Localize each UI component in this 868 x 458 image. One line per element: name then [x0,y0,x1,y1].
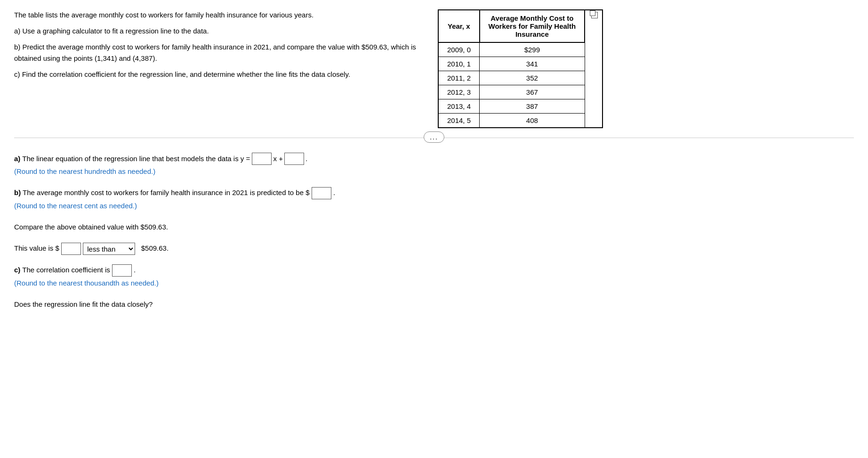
answer-b-value-input[interactable] [312,187,331,199]
answer-a-hint: (Round to the nearest hundredth as neede… [14,165,854,178]
answer-a-line: a) The linear equation of the regression… [14,152,854,165]
table-row: 2009, 0$299 [438,42,603,57]
part-c-instruction: c) Find the correlation coefficient for … [14,69,419,80]
part-b-label: b) [14,43,20,51]
ellipsis-button[interactable]: ... [424,131,444,143]
table-cell-empty [585,85,603,99]
table-cell-empty [585,42,603,57]
data-table: Year, x Average Monthly Cost toWorkers f… [438,9,603,128]
col2-header: Average Monthly Cost toWorkers for Famil… [480,10,585,42]
table-row: 2014, 5408 [438,114,603,128]
this-value-dollar-input[interactable] [61,243,81,255]
this-value-text-before: This value is $ [14,244,59,252]
answer-c-label: c) [14,266,20,274]
answer-block-b: b) The average monthly cost to workers f… [14,186,854,212]
copy-icon [591,12,598,18]
answer-c-period: . [134,266,136,274]
table-cell-year: 2011, 2 [438,71,480,85]
table-cell-cost: 352 [480,71,585,85]
table-cell-year: 2009, 0 [438,42,480,57]
answer-c-coeff-input[interactable] [112,264,132,277]
answer-block-a: a) The linear equation of the regression… [14,152,854,178]
answer-c-line: c) The correlation coefficient is . [14,263,854,277]
table-cell-empty [585,71,603,85]
part-c-label: c) [14,70,20,78]
answer-b-text-before: The average monthly cost to workers for … [23,188,310,196]
table-cell-empty [585,99,603,114]
data-table-container: Year, x Average Monthly Cost toWorkers f… [438,9,603,128]
answer-a-slope-input[interactable] [252,153,272,165]
answer-a-equation: x + . [252,152,307,165]
table-row: 2010, 1341 [438,57,603,71]
answer-a-period: . [305,152,307,165]
part-b-instruction: b) Predict the average monthly cost to w… [14,41,419,64]
answer-b-line: b) The average monthly cost to workers f… [14,186,854,199]
this-value-text-middle [137,244,139,252]
intro-text: The table lists the average monthly cost… [14,9,419,21]
table-cell-year: 2013, 4 [438,99,480,114]
this-value-line: This value is $ less than greater than e… [14,242,854,255]
answer-this-value-block: This value is $ less than greater than e… [14,242,854,255]
does-fit-text: Does the regression line fit the data cl… [14,298,854,311]
answer-a-text-before: The linear equation of the regression li… [22,155,250,163]
table-row: 2012, 3367 [438,85,603,99]
answer-compare-block: Compare the above obtained value with $5… [14,221,854,233]
table-cell-cost: 367 [480,85,585,99]
answer-c-hint: (Round to the nearest thousandth as need… [14,277,854,289]
part-a-instruction: a) Use a graphing calculator to fit a re… [14,25,419,37]
copy-icon-cell [585,10,603,42]
answer-a-x-label: x + [273,152,282,165]
part-a-text: Use a graphing calculator to fit a regre… [23,27,209,35]
table-row: 2011, 2352 [438,71,603,85]
col1-header: Year, x [438,10,480,42]
part-b-text: Predict the average monthly cost to work… [14,43,416,62]
table-cell-year: 2014, 5 [438,114,480,128]
table-cell-empty [585,57,603,71]
part-a-label: a) [14,27,20,35]
section-divider: ... [14,138,854,143]
answer-c-text-before: The correlation coefficient is [22,266,110,274]
answer-block-c: c) The correlation coefficient is . (Rou… [14,263,854,289]
answers-section: a) The linear equation of the regression… [14,152,854,311]
problem-text: The table lists the average monthly cost… [14,9,419,128]
table-cell-year: 2010, 1 [438,57,480,71]
table-cell-cost: 387 [480,99,585,114]
this-value-dropdown[interactable]: less than greater than equal to [83,243,135,255]
answer-a-intercept-input[interactable] [284,153,304,165]
table-cell-empty [585,114,603,128]
table-cell-cost: $299 [480,42,585,57]
part-c-text: Find the correlation coefficient for the… [22,70,350,78]
compare-text: Compare the above obtained value with $5… [14,221,854,233]
table-cell-cost: 408 [480,114,585,128]
answer-b-label: b) [14,188,21,196]
answer-b-period: . [333,188,335,196]
this-value-509: $509.63. [141,244,169,252]
table-row: 2013, 4387 [438,99,603,114]
answer-b-hint: (Round to the nearest cent as needed.) [14,199,854,212]
table-cell-cost: 341 [480,57,585,71]
answer-does-fit-block: Does the regression line fit the data cl… [14,298,854,311]
table-cell-year: 2012, 3 [438,85,480,99]
answer-a-label: a) [14,155,20,163]
